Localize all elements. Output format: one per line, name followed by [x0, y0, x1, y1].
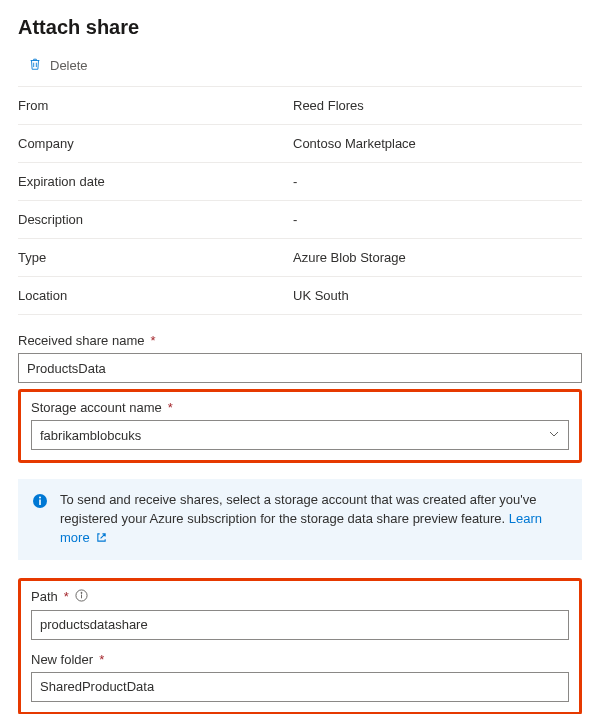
- detail-row: Type Azure Blob Storage: [18, 239, 582, 277]
- required-asterisk: *: [99, 652, 104, 667]
- chevron-down-icon: [548, 428, 560, 443]
- detail-value: Reed Flores: [293, 98, 582, 113]
- required-asterisk: *: [168, 400, 173, 415]
- detail-value: UK South: [293, 288, 582, 303]
- details-table: From Reed Flores Company Contoso Marketp…: [18, 87, 582, 315]
- info-tip-icon[interactable]: [75, 589, 88, 605]
- path-input[interactable]: [31, 610, 569, 640]
- storage-account-highlight: Storage account name * fabrikamblobcuks: [18, 389, 582, 463]
- path-folder-highlight: Path * New folder *: [18, 578, 582, 714]
- required-asterisk: *: [64, 589, 69, 604]
- detail-row: Expiration date -: [18, 163, 582, 201]
- storage-account-name-value: fabrikamblobcuks: [40, 428, 141, 443]
- storage-account-name-label: Storage account name *: [31, 400, 569, 415]
- detail-label: Location: [18, 288, 293, 303]
- trash-icon: [28, 57, 42, 74]
- detail-label: Expiration date: [18, 174, 293, 189]
- received-share-name-input[interactable]: [18, 353, 582, 383]
- external-link-icon: [93, 530, 107, 545]
- detail-value: -: [293, 212, 582, 227]
- detail-value: Contoso Marketplace: [293, 136, 582, 151]
- delete-label: Delete: [50, 58, 88, 73]
- info-text: To send and receive shares, select a sto…: [60, 492, 537, 526]
- detail-row: Location UK South: [18, 277, 582, 315]
- svg-rect-2: [39, 500, 41, 506]
- new-folder-label: New folder *: [31, 652, 569, 667]
- storage-account-name-select[interactable]: fabrikamblobcuks: [31, 420, 569, 450]
- detail-value: -: [293, 174, 582, 189]
- detail-label: From: [18, 98, 293, 113]
- info-callout: To send and receive shares, select a sto…: [18, 479, 582, 560]
- detail-label: Type: [18, 250, 293, 265]
- path-label: Path *: [31, 589, 569, 605]
- detail-label: Description: [18, 212, 293, 227]
- svg-point-4: [81, 592, 82, 593]
- detail-value: Azure Blob Storage: [293, 250, 582, 265]
- detail-label: Company: [18, 136, 293, 151]
- new-folder-input[interactable]: [31, 672, 569, 702]
- page-title: Attach share: [18, 16, 582, 39]
- svg-point-1: [39, 497, 41, 499]
- detail-row: From Reed Flores: [18, 87, 582, 125]
- detail-row: Description -: [18, 201, 582, 239]
- detail-row: Company Contoso Marketplace: [18, 125, 582, 163]
- received-share-name-label: Received share name *: [18, 333, 582, 348]
- info-icon: [32, 491, 48, 515]
- required-asterisk: *: [150, 333, 155, 348]
- delete-button[interactable]: Delete: [24, 55, 92, 76]
